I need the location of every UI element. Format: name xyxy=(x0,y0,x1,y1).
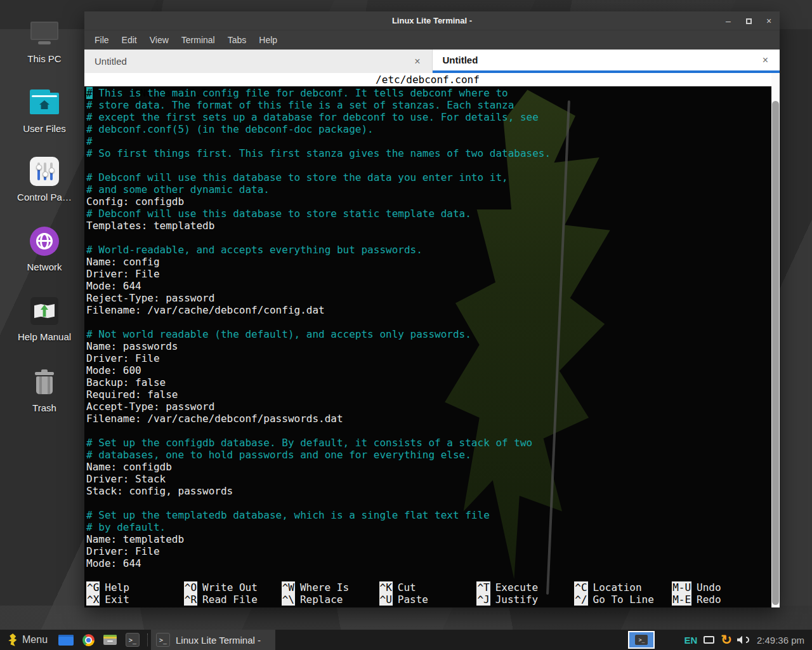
chrome-icon xyxy=(82,634,95,646)
file-manager-launcher[interactable] xyxy=(54,630,78,650)
nano-shortcut[interactable]: ^OWrite Out xyxy=(184,581,282,594)
nano-shortcut[interactable]: ^/Go To Line xyxy=(574,594,672,606)
nano-shortcut[interactable]: M-ERedo xyxy=(672,594,769,606)
terminal-line: Driver: Stack xyxy=(86,473,780,485)
terminal-line: Config: configdb xyxy=(86,196,780,208)
nano-titlebar: GNU nano 7.2 /etc/debconf.conf xyxy=(84,73,780,86)
nano-shortcut[interactable]: ^WWhere Is xyxy=(282,581,379,594)
terminal-line: Stack: config, passwords xyxy=(86,485,780,497)
maximize-icon[interactable] xyxy=(744,11,753,30)
nano-shortcut[interactable]: ^CLocation xyxy=(574,581,672,594)
terminal-line: # and some other dynamic data. xyxy=(86,183,780,196)
desktop-icon-user-files[interactable]: User Files xyxy=(9,88,80,134)
shortcut-key: ^\ xyxy=(282,594,295,606)
menu-terminal[interactable]: Terminal xyxy=(175,30,221,50)
manual-map-icon xyxy=(29,296,60,326)
tab-close-icon[interactable]: × xyxy=(761,55,769,66)
terminal-line: Mode: 644 xyxy=(86,280,780,292)
window-title: Linux Lite Terminal - xyxy=(392,16,472,25)
start-menu-button[interactable]: Menu xyxy=(0,630,54,650)
shortcut-label: Undo xyxy=(697,581,721,594)
menu-edit[interactable]: Edit xyxy=(115,30,143,50)
nano-shortcut[interactable]: ^JJustify xyxy=(476,594,574,606)
shortcut-key: ^G xyxy=(86,581,100,594)
volume-icon[interactable] xyxy=(737,636,749,644)
terminal-line: # except the first sets up a database fo… xyxy=(86,111,780,123)
desktop-icon-help-manual[interactable]: Help Manual xyxy=(9,296,80,342)
updates-icon[interactable]: ↻ xyxy=(721,633,732,646)
minimize-icon[interactable]: – xyxy=(724,11,733,30)
terminal-line: # Debconf will use this database to stor… xyxy=(86,171,780,183)
terminal-line xyxy=(86,425,780,437)
menu-file[interactable]: File xyxy=(88,30,115,50)
nano-shortcut[interactable]: ^\Replace xyxy=(282,594,379,606)
shortcut-label: Cut xyxy=(398,581,416,594)
terminal-line: Name: configdb xyxy=(86,461,780,473)
shortcut-label: Go To Line xyxy=(593,594,654,606)
tab-untitled-2[interactable]: Untitled × xyxy=(433,50,780,73)
nano-shortcut[interactable]: M-UUndo xyxy=(672,581,769,594)
nano-shortcut[interactable]: ^UPaste xyxy=(379,594,477,606)
clock[interactable]: 2:49:36 pm xyxy=(757,635,812,646)
shortcut-label: Redo xyxy=(697,594,721,606)
desktop-icon-label: User Files xyxy=(9,123,80,134)
desktop-icon-network[interactable]: Network xyxy=(9,226,80,272)
software-install-launcher[interactable] xyxy=(99,630,121,650)
shortcut-label: Write Out xyxy=(202,581,258,594)
tray-terminal-indicator[interactable]: >_ xyxy=(628,631,655,649)
scrollbar-thumb[interactable] xyxy=(772,101,779,605)
shortcut-key: M-E xyxy=(672,594,691,606)
close-icon[interactable]: × xyxy=(764,11,773,30)
taskbar-window-button[interactable]: >_ Linux Lite Terminal - xyxy=(151,630,275,650)
taskbar-window-label: Linux Lite Terminal - xyxy=(176,635,261,646)
shortcut-key: ^T xyxy=(476,581,490,594)
terminal-line: Required: false xyxy=(86,388,780,401)
nano-shortcut[interactable]: ^XExit xyxy=(86,594,184,606)
nano-shortcuts: ^GHelp^OWrite Out^WWhere Is^KCut^TExecut… xyxy=(86,581,769,606)
shortcut-label: Replace xyxy=(300,594,343,606)
terminal-line: Filename: /var/cache/debconf/config.dat xyxy=(86,304,780,316)
nano-shortcut[interactable]: ^KCut xyxy=(379,581,477,594)
terminal-window: Linux Lite Terminal - – × File Edit View… xyxy=(84,11,780,607)
shortcut-key: ^U xyxy=(379,594,393,606)
terminal-line: Backup: false xyxy=(86,376,780,388)
scrollbar-track[interactable] xyxy=(771,73,780,607)
terminal-line: Mode: 644 xyxy=(86,557,780,569)
file-manager-icon xyxy=(58,635,74,646)
keyboard-layout-indicator[interactable]: EN xyxy=(684,635,697,646)
menu-bar: File Edit View Terminal Tabs Help xyxy=(84,30,780,50)
tab-untitled-1[interactable]: Untitled × xyxy=(84,50,433,73)
shortcut-label: Execute xyxy=(495,581,538,594)
chrome-launcher[interactable] xyxy=(78,630,99,650)
shortcut-key: M-U xyxy=(672,581,691,594)
display-icon[interactable] xyxy=(704,636,714,644)
linux-lite-feather-icon xyxy=(8,633,17,646)
desktop-icon-trash[interactable]: Trash xyxy=(9,367,80,413)
desktop-icon-control-panel[interactable]: Control Pa… xyxy=(9,156,80,202)
window-titlebar[interactable]: Linux Lite Terminal - – × xyxy=(84,11,780,30)
nano-shortcut[interactable]: ^TExecute xyxy=(476,581,574,594)
package-box-icon xyxy=(103,635,117,645)
terminal-line xyxy=(86,497,780,509)
menu-help[interactable]: Help xyxy=(252,30,284,50)
terminal-line: # Set up the templatedb database, which … xyxy=(86,509,780,521)
menu-view[interactable]: View xyxy=(143,30,175,50)
terminal-launcher[interactable]: >_ xyxy=(121,630,144,650)
shortcut-label: Paste xyxy=(398,594,428,606)
terminal-view[interactable]: GNU nano 7.2 /etc/debconf.conf # This is… xyxy=(84,73,780,607)
terminal-line: Reject-Type: password xyxy=(86,292,780,304)
terminal-line: Filename: /var/cache/debconf/passwords.d… xyxy=(86,413,780,425)
desktop-icon-this-pc[interactable]: This PC xyxy=(9,18,80,64)
terminal-line: # So first things first. This first stan… xyxy=(86,147,780,159)
terminal-body[interactable]: # This is the main config file for debco… xyxy=(84,86,780,569)
nano-shortcut[interactable]: ^GHelp xyxy=(86,581,184,594)
menu-tabs[interactable]: Tabs xyxy=(221,30,253,50)
tab-close-icon[interactable]: × xyxy=(413,56,421,67)
nano-filename: /etc/debconf.conf xyxy=(84,73,771,86)
terminal-line: Name: config xyxy=(86,256,780,268)
tab-label: Untitled xyxy=(95,56,127,67)
menu-button-label: Menu xyxy=(22,634,48,646)
nano-shortcut[interactable]: ^RRead File xyxy=(184,594,282,606)
terminal-line: Driver: File xyxy=(86,268,780,280)
terminal-line: Name: passwords xyxy=(86,340,780,352)
